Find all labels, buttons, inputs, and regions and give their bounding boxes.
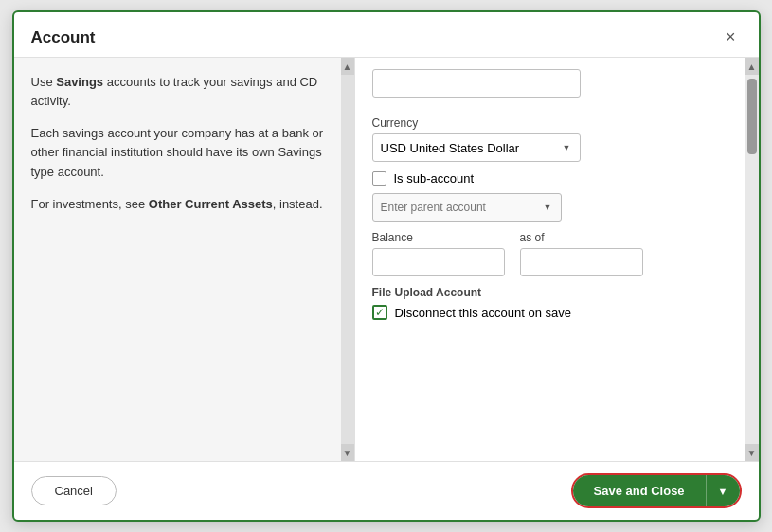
date-input[interactable]: 11/10/2024	[520, 248, 643, 276]
left-scrollbar: ▲ ▼	[341, 58, 354, 461]
balance-field: Balance	[372, 231, 505, 276]
dialog-footer: Cancel Save and Close ▼	[14, 461, 759, 520]
right-scrollbar: ▲ ▼	[745, 58, 759, 461]
currency-field: Currency USD United States Dollar EUR Eu…	[372, 116, 742, 162]
savings-bold: Savings	[56, 75, 103, 89]
disconnect-checkbox[interactable]: ✓	[372, 305, 387, 320]
file-upload-section: File Upload Account ✓ Disconnect this ac…	[372, 286, 742, 320]
name-field	[372, 69, 742, 107]
parent-account-input[interactable]	[372, 193, 562, 222]
disconnect-label: Disconnect this account on save	[395, 306, 571, 320]
left-panel-content: Use Savings accounts to track your savin…	[31, 73, 337, 214]
right-scroll-thumb[interactable]	[747, 79, 757, 154]
sub-account-checkbox[interactable]	[372, 171, 386, 186]
right-panel: Currency USD United States Dollar EUR Eu…	[355, 58, 759, 461]
balance-input[interactable]	[372, 248, 505, 276]
save-close-wrapper: Save and Close ▼	[571, 473, 742, 508]
other-current-assets-bold: Other Current Assets	[149, 197, 273, 211]
currency-select[interactable]: USD United States Dollar EUR Euro GBP Br…	[372, 133, 581, 162]
file-upload-label: File Upload Account	[372, 286, 742, 299]
investments-post: , instead.	[273, 197, 323, 211]
currency-label: Currency	[372, 116, 742, 130]
right-scroll-down[interactable]: ▼	[745, 444, 759, 461]
save-close-dropdown-button[interactable]: ▼	[706, 475, 740, 506]
dialog-title: Account	[31, 28, 96, 47]
left-scroll-down[interactable]: ▼	[341, 444, 354, 461]
left-panel: Use Savings accounts to track your savin…	[14, 58, 355, 461]
balance-label: Balance	[372, 231, 505, 244]
account-dialog: Account × Use Savings accounts to track …	[12, 10, 761, 522]
dialog-header: Account ×	[14, 12, 759, 58]
left-scroll-up[interactable]: ▲	[341, 58, 354, 75]
close-button[interactable]: ×	[720, 26, 742, 49]
name-input[interactable]	[372, 69, 581, 98]
parent-account-field	[372, 193, 742, 222]
sub-account-row: Is sub-account	[372, 171, 742, 186]
cancel-button[interactable]: Cancel	[31, 476, 117, 505]
investments-pre: For investments, see	[31, 197, 149, 211]
as-of-field: as of 11/10/2024	[520, 231, 643, 276]
savings-description: Use Savings accounts to track your savin…	[31, 73, 337, 111]
savings-bank-description: Each savings account your company has at…	[31, 124, 337, 181]
right-scroll-up[interactable]: ▲	[745, 58, 759, 75]
dialog-body: Use Savings accounts to track your savin…	[14, 58, 759, 461]
save-close-button[interactable]: Save and Close	[573, 475, 706, 506]
as-of-label: as of	[520, 231, 643, 244]
parent-account-wrapper	[372, 193, 562, 222]
investments-description: For investments, see Other Current Asset…	[31, 195, 337, 214]
balance-row: Balance as of 11/10/2024	[372, 231, 742, 276]
disconnect-row: ✓ Disconnect this account on save	[372, 305, 742, 320]
currency-select-wrapper: USD United States Dollar EUR Euro GBP Br…	[372, 133, 581, 162]
savings-pre: Use	[31, 75, 57, 89]
sub-account-label: Is sub-account	[394, 171, 475, 186]
